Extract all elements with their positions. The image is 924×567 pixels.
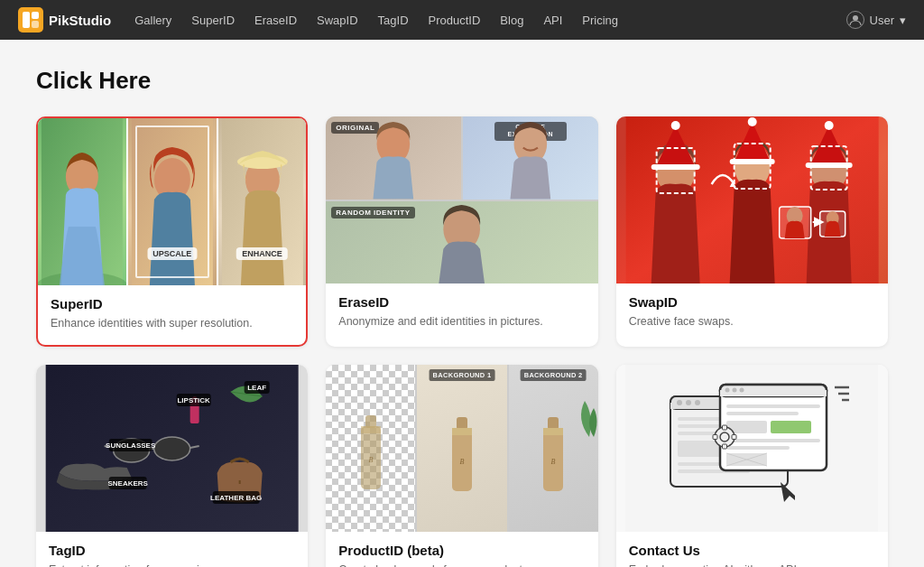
eraseid-image: ORIGINAL CHANGEEXPRESSION [326, 116, 597, 284]
svg-text:LEAF: LEAF [247, 384, 266, 392]
svg-point-88 [740, 387, 744, 392]
svg-rect-58 [361, 426, 381, 433]
nav-tagid[interactable]: TagID [369, 10, 418, 31]
upscale-badge: UPSCALE [147, 247, 197, 260]
bg1-label: BACKGROUND 1 [430, 369, 495, 381]
tagid-image: SUNGLASSES SNEAKERS LIPSTICK LEAF LEATHE… [36, 365, 308, 532]
svg-rect-64 [548, 417, 559, 430]
tagid-title: TagID [49, 543, 295, 558]
nav-eraseid[interactable]: EraseID [245, 10, 306, 31]
eraseid-card[interactable]: ORIGINAL CHANGEEXPRESSION [326, 116, 597, 347]
svg-rect-60 [457, 417, 467, 430]
svg-point-86 [725, 387, 730, 392]
superid-panel-3: ENHANCE [218, 118, 307, 285]
eraseid-card-body: EraseID Anonymize and edit identities in… [326, 284, 597, 343]
main-content: Click Here [0, 40, 924, 567]
svg-rect-3 [32, 21, 39, 28]
swapid-title: SwapID [629, 294, 875, 310]
svg-rect-100 [723, 425, 727, 430]
nav-superid[interactable]: SuperID [182, 10, 244, 31]
svg-point-39 [154, 437, 190, 460]
productid-card-body: ProductID (beta) Create backgrounds for … [326, 532, 597, 568]
tagid-card[interactable]: SUNGLASSES SNEAKERS LIPSTICK LEAF LEATHE… [36, 365, 308, 568]
nav-productid[interactable]: ProductID [420, 10, 490, 31]
eraseid-desc: Anonymize and edit identities in picture… [338, 314, 585, 330]
svg-text:SNEAKERS: SNEAKERS [107, 479, 148, 488]
svg-rect-94 [726, 446, 790, 450]
enhance-badge: ENHANCE [236, 247, 288, 260]
contactus-image [616, 365, 888, 532]
superid-desc: Enhance identities with super resolution… [51, 316, 293, 332]
swapid-card[interactable]: SwapID Creative face swaps. [616, 116, 888, 347]
product-transparent: TRANSPARENT B [326, 365, 415, 532]
tagid-desc: Extract information from your images. [49, 562, 295, 568]
user-menu[interactable]: User ▾ [846, 11, 906, 29]
swapid-desc: Creative face swaps. [629, 314, 875, 330]
tagid-card-body: TagID Extract information from your imag… [36, 532, 308, 568]
contactus-card-body: Contact Us Embed generative AI with our … [616, 532, 888, 568]
product-bg2: BACKGROUND 2 B [509, 365, 598, 532]
eraseid-change: CHANGEEXPRESSION [463, 116, 598, 200]
eraseid-title: EraseID [338, 294, 585, 310]
nav-blog[interactable]: Blog [491, 10, 532, 31]
svg-point-74 [695, 400, 700, 405]
svg-rect-1 [23, 12, 30, 28]
svg-point-87 [733, 387, 737, 392]
page-title: Click Here [36, 67, 888, 95]
svg-rect-102 [713, 434, 717, 439]
user-avatar-icon [846, 11, 864, 29]
svg-rect-101 [723, 444, 727, 449]
brand-name: PikStudio [49, 13, 111, 28]
svg-rect-90 [726, 412, 799, 415]
contactus-desc: Embed generative AI with our API. [629, 562, 875, 568]
productid-image: TRANSPARENT B [326, 365, 597, 532]
svg-point-23 [670, 121, 679, 130]
user-label: User [870, 14, 894, 27]
nav-links: Gallery SuperID EraseID SwapID TagID Pro… [125, 10, 845, 31]
svg-text:LEATHER BAG: LEATHER BAG [210, 494, 262, 502]
svg-point-27 [824, 121, 833, 130]
superid-card[interactable]: UPSCALE [36, 116, 308, 347]
superid-panel-1 [38, 118, 126, 285]
svg-text:B: B [460, 458, 465, 466]
swapid-card-body: SwapID Creative face swaps. [616, 284, 888, 343]
productid-card[interactable]: TRANSPARENT B [326, 365, 597, 568]
nav-gallery[interactable]: Gallery [125, 10, 180, 31]
product-bg1: BACKGROUND 1 B [417, 365, 506, 532]
svg-rect-0 [18, 7, 43, 33]
contactus-card[interactable]: Contact Us Embed generative AI with our … [616, 365, 888, 568]
eraseid-random: RANDOM IDENTITY [326, 201, 597, 284]
productid-desc: Create backgrounds for your products. [338, 562, 585, 568]
superid-card-body: SuperID Enhance identities with super re… [38, 285, 306, 345]
superid-title: SuperID [51, 296, 293, 311]
svg-text:B: B [368, 456, 373, 464]
svg-rect-92 [771, 421, 811, 433]
eraseid-original: ORIGINAL [326, 116, 461, 200]
svg-rect-66 [543, 428, 563, 435]
svg-rect-24 [651, 164, 699, 170]
user-dropdown-icon: ▾ [900, 14, 906, 27]
brand-logo-icon [18, 7, 43, 33]
svg-rect-89 [726, 404, 820, 408]
cards-grid: UPSCALE [36, 116, 888, 567]
svg-rect-28 [805, 163, 852, 168]
superid-image: UPSCALE [38, 118, 306, 285]
svg-rect-93 [726, 439, 820, 442]
svg-text:SUNGLASSES: SUNGLASSES [106, 442, 156, 450]
svg-point-73 [686, 400, 691, 405]
nav-pricing[interactable]: Pricing [573, 10, 627, 31]
svg-text:LIPSTICK: LIPSTICK [177, 396, 210, 404]
bg2-label: BACKGROUND 2 [521, 369, 587, 381]
svg-rect-56 [365, 415, 376, 428]
svg-point-72 [677, 400, 682, 405]
svg-rect-62 [452, 428, 472, 435]
nav-swapid[interactable]: SwapID [308, 10, 367, 31]
svg-rect-2 [32, 12, 39, 19]
svg-text:B: B [551, 458, 556, 466]
nav-api[interactable]: API [534, 10, 571, 31]
swapid-image [616, 116, 888, 284]
superid-panel-2: UPSCALE [126, 118, 218, 285]
brand[interactable]: PikStudio [18, 7, 111, 33]
navbar: PikStudio Gallery SuperID EraseID SwapID… [0, 0, 924, 40]
svg-rect-26 [729, 159, 774, 164]
